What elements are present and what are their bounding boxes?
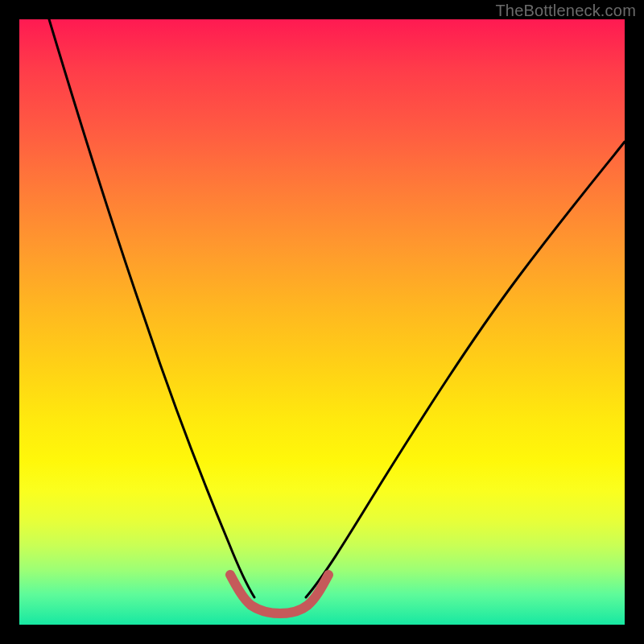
chart-frame: TheBottleneck.com	[0, 0, 644, 644]
right-curve	[306, 142, 625, 597]
plot-area	[19, 19, 625, 625]
curve-layer	[19, 19, 625, 625]
watermark-text: TheBottleneck.com	[495, 2, 636, 20]
left-curve	[49, 19, 254, 597]
